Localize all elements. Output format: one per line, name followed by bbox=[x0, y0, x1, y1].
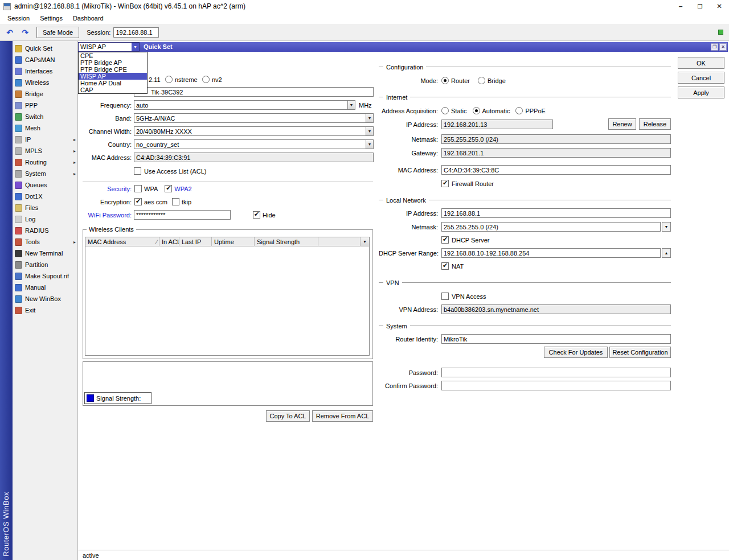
sidebar-item-new-winbox[interactable]: New WinBox bbox=[13, 293, 77, 304]
frequency-input[interactable] bbox=[134, 100, 347, 110]
sidebar-item-tools[interactable]: Tools bbox=[13, 236, 77, 248]
wireless-mac-input[interactable] bbox=[134, 153, 374, 162]
network-name-input[interactable] bbox=[134, 87, 374, 97]
session-input[interactable] bbox=[113, 27, 159, 38]
dropdown-option-cpe[interactable]: CPE bbox=[79, 52, 147, 59]
router-identity-input[interactable] bbox=[441, 334, 671, 344]
internet-mac-input[interactable] bbox=[441, 165, 671, 175]
internet-netmask-input[interactable] bbox=[441, 134, 671, 144]
dropdown-option-ptp-bridge-cpe[interactable]: PTP Bridge CPE bbox=[79, 66, 147, 73]
sidebar-item-manual[interactable]: Manual bbox=[13, 282, 77, 293]
menu-settings[interactable]: Settings bbox=[35, 13, 68, 24]
undo-icon[interactable] bbox=[3, 27, 16, 38]
sidebar-item-ppp[interactable]: PPP bbox=[13, 100, 77, 111]
sidebar-item-mesh[interactable]: Mesh bbox=[13, 122, 77, 134]
column-header-mac-address[interactable]: MAC Address bbox=[85, 237, 159, 246]
wpa2-checkbox[interactable] bbox=[165, 185, 172, 192]
sidebar-item-quick-set[interactable]: Quick Set bbox=[13, 43, 77, 54]
nstreme-radio[interactable] bbox=[165, 76, 173, 83]
table-columns-dropdown-icon[interactable] bbox=[360, 237, 369, 246]
vpn-address-input[interactable] bbox=[441, 304, 671, 314]
dropdown-option-cap[interactable]: CAP bbox=[79, 87, 147, 93]
maximize-button[interactable] bbox=[690, 0, 710, 13]
acquisition-static-radio[interactable] bbox=[441, 107, 449, 114]
menu-dashboard[interactable]: Dashboard bbox=[68, 13, 109, 24]
sidebar-item-switch[interactable]: Switch bbox=[13, 111, 77, 122]
sidebar-item-radius[interactable]: RADIUS bbox=[13, 225, 77, 236]
internet-ip-input[interactable] bbox=[441, 120, 553, 129]
sidebar-item-new-terminal[interactable]: New Terminal bbox=[13, 248, 77, 259]
sidebar-item-log[interactable]: Log bbox=[13, 213, 77, 225]
column-header-in-acl[interactable]: In ACL bbox=[159, 237, 179, 246]
dropdown-option-home-ap-dual[interactable]: Home AP Dual bbox=[79, 80, 147, 87]
dhcp-server-checkbox[interactable] bbox=[441, 236, 449, 244]
use-acl-checkbox[interactable] bbox=[134, 167, 141, 175]
sidebar-item-bridge[interactable]: Bridge bbox=[13, 88, 77, 100]
sidebar-item-interfaces[interactable]: Interfaces bbox=[13, 65, 77, 77]
sidebar-item-wireless[interactable]: Wireless bbox=[13, 77, 77, 88]
sidebar-item-exit[interactable]: Exit bbox=[13, 304, 77, 316]
safe-mode-button[interactable]: Safe Mode bbox=[36, 27, 79, 38]
acquisition-pppoe-radio[interactable] bbox=[515, 107, 523, 114]
acquisition-automatic-radio[interactable] bbox=[473, 107, 480, 114]
panel-restore-button[interactable] bbox=[711, 43, 718, 51]
sidebar-item-dot1x[interactable]: Dot1X bbox=[13, 191, 77, 202]
dropdown-option-wisp-ap[interactable]: WISP AP bbox=[79, 73, 147, 80]
wpa-checkbox[interactable] bbox=[134, 185, 142, 192]
column-header-last-ip[interactable]: Last IP bbox=[179, 237, 212, 246]
dhcp-range-up-icon[interactable] bbox=[662, 248, 671, 258]
local-netmask-input[interactable] bbox=[441, 222, 661, 232]
minimize-button[interactable] bbox=[671, 0, 690, 13]
confirm-password-input[interactable] bbox=[441, 381, 671, 390]
release-button[interactable]: Release bbox=[639, 118, 671, 130]
copy-to-acl-button[interactable]: Copy To ACL bbox=[266, 410, 310, 422]
dhcp-range-input[interactable] bbox=[441, 248, 661, 258]
renew-button[interactable]: Renew bbox=[608, 118, 636, 130]
reset-configuration-button[interactable]: Reset Configuration bbox=[609, 347, 671, 358]
ok-button[interactable]: OK bbox=[678, 57, 724, 69]
apply-button[interactable]: Apply bbox=[678, 87, 724, 98]
hide-password-checkbox[interactable] bbox=[253, 211, 260, 219]
sidebar-item-partition[interactable]: Partition bbox=[13, 259, 77, 270]
aes-ccm-checkbox[interactable] bbox=[134, 198, 142, 205]
redo-icon[interactable] bbox=[19, 27, 31, 38]
remove-from-acl-button[interactable]: Remove From ACL bbox=[312, 410, 373, 422]
chevron-down-icon[interactable] bbox=[347, 100, 355, 110]
column-header-signal-strength[interactable]: Signal Strength bbox=[255, 237, 318, 246]
vpn-access-checkbox[interactable] bbox=[441, 293, 449, 300]
cancel-button[interactable]: Cancel bbox=[678, 72, 724, 84]
password-input[interactable] bbox=[441, 368, 671, 377]
sidebar-item-files[interactable]: Files bbox=[13, 202, 77, 213]
nv2-radio[interactable] bbox=[202, 76, 210, 83]
sidebar-item-mpls[interactable]: MPLS bbox=[13, 145, 77, 157]
sidebar-item-queues[interactable]: Queues bbox=[13, 179, 77, 191]
sidebar-item-system[interactable]: System bbox=[13, 168, 77, 179]
column-header-uptime[interactable]: Uptime bbox=[212, 237, 255, 246]
chevron-down-icon[interactable] bbox=[366, 139, 374, 149]
chevron-down-icon[interactable] bbox=[366, 113, 374, 123]
sidebar-item-make-supout[interactable]: Make Supout.rif bbox=[13, 270, 77, 282]
chevron-down-icon[interactable] bbox=[366, 126, 374, 136]
local-netmask-dropdown-icon[interactable] bbox=[662, 222, 671, 232]
menu-session[interactable]: Session bbox=[2, 13, 35, 24]
chevron-down-icon[interactable] bbox=[132, 43, 139, 51]
dropdown-option-ptp-bridge-ap[interactable]: PTP Bridge AP bbox=[79, 59, 147, 66]
firewall-router-checkbox[interactable] bbox=[441, 180, 449, 187]
gateway-input[interactable] bbox=[441, 148, 671, 158]
local-ip-input[interactable] bbox=[441, 208, 671, 218]
band-input[interactable] bbox=[134, 113, 366, 123]
mode-bridge-radio[interactable] bbox=[478, 77, 485, 84]
tkip-checkbox[interactable] bbox=[172, 198, 179, 205]
sidebar-item-ip[interactable]: IP bbox=[13, 134, 77, 145]
channel-width-input[interactable] bbox=[134, 126, 366, 136]
close-button[interactable] bbox=[710, 0, 729, 13]
check-for-updates-button[interactable]: Check For Updates bbox=[544, 347, 608, 358]
country-input[interactable] bbox=[134, 139, 366, 149]
panel-close-button[interactable] bbox=[719, 43, 727, 51]
wifi-password-input[interactable] bbox=[134, 210, 231, 220]
sidebar-item-routing[interactable]: Routing bbox=[13, 157, 77, 168]
quickset-mode-select[interactable]: WISP AP bbox=[78, 42, 140, 52]
nat-checkbox[interactable] bbox=[441, 262, 449, 270]
sidebar-item-capsman[interactable]: CAPsMAN bbox=[13, 54, 77, 65]
mode-router-radio[interactable] bbox=[441, 77, 449, 84]
